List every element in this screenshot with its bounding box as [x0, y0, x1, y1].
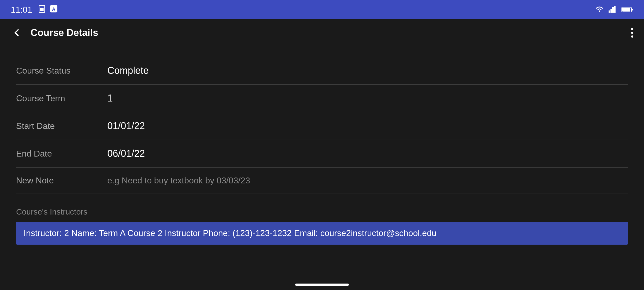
- fields-container: Course StatusCompleteCourse Term1Start D…: [16, 57, 628, 194]
- instructor-list: Instructor: 2 Name: Term A Course 2 Inst…: [16, 222, 628, 245]
- field-label-1: Course Term: [16, 93, 107, 103]
- svg-point-4: [599, 11, 600, 12]
- instructors-section-label: Course's Instructors: [16, 207, 628, 216]
- status-icons-left: A: [38, 5, 58, 15]
- field-row-1: Course Term1: [16, 85, 628, 112]
- field-row-3: End Date06/01/22: [16, 140, 628, 168]
- field-row-0: Course StatusComplete: [16, 57, 628, 85]
- field-label-4: New Note: [16, 176, 107, 186]
- status-bar: 11:01 A: [0, 0, 644, 19]
- more-options-button[interactable]: [631, 28, 633, 38]
- dot1: [631, 28, 633, 30]
- battery-icon: [621, 6, 633, 13]
- field-row-4: New Notee.g Need to buy textbook by 03/0…: [16, 168, 628, 194]
- svg-rect-10: [622, 8, 630, 12]
- page-title: Course Details: [31, 27, 98, 38]
- svg-rect-6: [610, 9, 612, 13]
- svg-rect-11: [631, 9, 633, 10]
- field-label-3: End Date: [16, 149, 107, 159]
- svg-rect-1: [40, 8, 43, 11]
- field-value-2: 01/01/22: [107, 120, 628, 132]
- home-indicator: [295, 284, 349, 286]
- main-content: Course StatusCompleteCourse Term1Start D…: [0, 46, 644, 255]
- field-value-4[interactable]: e.g Need to buy textbook by 03/03/23: [107, 176, 628, 186]
- status-icons-right: [595, 5, 633, 15]
- field-row-2: Start Date01/01/22: [16, 112, 628, 140]
- field-value-0: Complete: [107, 65, 628, 76]
- app-bar-left: Course Details: [11, 27, 98, 39]
- svg-text:A: A: [52, 6, 56, 12]
- back-button[interactable]: [11, 27, 23, 39]
- wifi-icon: [595, 5, 604, 15]
- app-bar: Course Details: [0, 19, 644, 46]
- signal-icon: [609, 5, 617, 14]
- dot3: [631, 35, 633, 38]
- status-bar-left: 11:01 A: [11, 5, 58, 15]
- field-label-2: Start Date: [16, 121, 107, 131]
- sim-icon: [38, 5, 46, 15]
- instructor-item-0[interactable]: Instructor: 2 Name: Term A Course 2 Inst…: [16, 222, 628, 245]
- a-icon: A: [49, 5, 58, 15]
- field-value-3: 06/01/22: [107, 148, 628, 159]
- field-label-0: Course Status: [16, 66, 107, 76]
- dot2: [631, 32, 633, 34]
- svg-rect-8: [614, 6, 616, 13]
- svg-rect-5: [609, 10, 610, 13]
- svg-rect-7: [612, 7, 614, 13]
- field-value-1: 1: [107, 93, 628, 104]
- status-time: 11:01: [11, 5, 32, 15]
